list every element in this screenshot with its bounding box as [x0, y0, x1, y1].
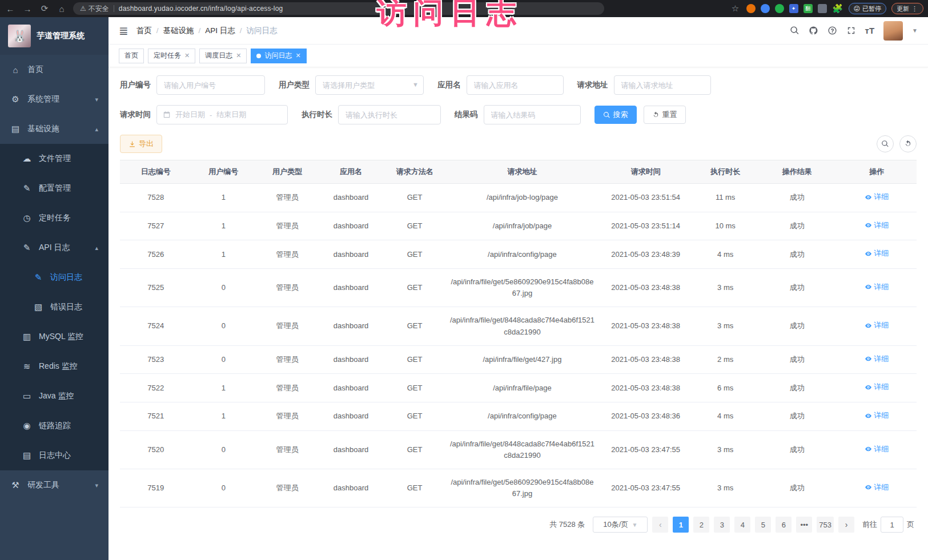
extension-icon[interactable] — [761, 4, 770, 13]
github-icon[interactable] — [809, 26, 818, 35]
detail-link[interactable]: 详细 — [865, 320, 889, 331]
refresh-table-button[interactable] — [899, 135, 917, 152]
cell-id: 7528 — [120, 184, 192, 212]
browser-home-icon[interactable]: ⌂ — [56, 4, 67, 14]
extension-icon[interactable] — [818, 4, 827, 13]
page-button-5[interactable]: 5 — [755, 517, 771, 533]
sidebar-item-错误日志[interactable]: ▧错误日志 — [0, 292, 109, 322]
app-name-input[interactable] — [467, 75, 564, 95]
close-icon[interactable]: ✕ — [184, 52, 190, 59]
font-size-icon[interactable]: ᴛT — [865, 26, 875, 35]
page-button-3[interactable]: 3 — [714, 517, 730, 533]
duration-input[interactable] — [338, 105, 441, 124]
sidebar-item-文件管理[interactable]: ☁文件管理 — [0, 144, 109, 174]
extension-icon[interactable] — [775, 4, 784, 13]
chevron-down-icon: ▼ — [412, 81, 419, 88]
url-text: dashboard.yudao.iocoder.cn/infra/log/api… — [119, 5, 283, 13]
detail-link[interactable]: 详细 — [865, 353, 889, 365]
fullscreen-icon[interactable] — [846, 26, 856, 35]
search-icon[interactable] — [790, 26, 800, 35]
close-icon[interactable]: ✕ — [236, 52, 241, 59]
sidebar-item-Java 监控[interactable]: ▭Java 监控 — [0, 381, 109, 411]
browser-menu-icon[interactable]: ⋮ — [911, 5, 918, 13]
cell-method: GET — [383, 430, 447, 469]
toggle-search-button[interactable] — [877, 135, 894, 152]
result-code-input[interactable] — [484, 105, 581, 124]
sidebar-item-API 日志[interactable]: ✎API 日志▴ — [0, 233, 109, 263]
tab-访问日志[interactable]: 访问日志✕ — [251, 49, 306, 63]
goto-page-input[interactable] — [881, 517, 903, 533]
sidebar-item-首页[interactable]: ⌂首页 — [0, 55, 109, 84]
sidebar-item-日志中心[interactable]: ▤日志中心 — [0, 441, 109, 470]
page-button-1[interactable]: 1 — [673, 517, 689, 533]
cell-app: dashboard — [319, 374, 383, 402]
sidebar-item-链路追踪[interactable]: ◉链路追踪 — [0, 411, 109, 441]
cell-app: dashboard — [319, 307, 383, 345]
sidebar-item-系统管理[interactable]: ⚙系统管理▾ — [0, 84, 109, 114]
sidebar-item-Redis 监控[interactable]: ≋Redis 监控 — [0, 352, 109, 381]
java-monitor-icon: ▭ — [22, 391, 32, 401]
chevron-down-icon[interactable]: ▼ — [912, 27, 918, 34]
extension-icon[interactable]: ✦ — [789, 4, 798, 13]
next-page-button[interactable]: › — [838, 517, 854, 533]
export-button[interactable]: 导出 — [120, 135, 162, 153]
page-button-4[interactable]: 4 — [734, 517, 750, 533]
breadcrumb-item[interactable]: API 日志 — [205, 26, 235, 36]
refresh-icon[interactable]: ⟳ — [39, 3, 50, 14]
detail-link[interactable]: 详细 — [865, 248, 889, 259]
close-icon[interactable]: ✕ — [295, 52, 300, 59]
not-secure-warning[interactable]: ⚠ 不安全 — [80, 4, 109, 14]
app-logo-row[interactable]: 芋道管理系统 — [0, 17, 109, 55]
user-avatar[interactable] — [883, 21, 903, 41]
detail-link[interactable]: 详细 — [865, 410, 889, 421]
page-button-2[interactable]: 2 — [693, 517, 709, 533]
tab-定时任务[interactable]: 定时任务✕ — [148, 49, 195, 63]
more-pages-button[interactable]: ••• — [796, 517, 812, 533]
sidebar-item-label: MySQL 监控 — [39, 332, 83, 342]
forward-icon[interactable]: → — [22, 4, 33, 14]
prev-page-button[interactable]: ‹ — [652, 517, 668, 533]
tab-调度日志[interactable]: 调度日志✕ — [199, 49, 247, 63]
date-range-picker[interactable]: 开始日期 - 结束日期 — [156, 105, 288, 124]
extension-icon[interactable] — [746, 4, 756, 13]
reset-button[interactable]: 重置 — [644, 106, 686, 124]
sidebar-item-label: Redis 监控 — [39, 361, 78, 372]
user-id-input[interactable] — [156, 75, 265, 95]
sidebar-item-MySQL 监控[interactable]: ▥MySQL 监控 — [0, 322, 109, 352]
page-size-select[interactable]: 10条/页 ▼ — [593, 517, 648, 533]
breadcrumb-item[interactable]: 基础设施 — [163, 26, 194, 36]
hamburger-icon[interactable]: ≣ — [119, 24, 128, 38]
cell-time: 2021-05-03 23:48:39 — [598, 240, 693, 269]
search-button[interactable]: 搜索 — [594, 106, 637, 124]
detail-link[interactable]: 详细 — [865, 444, 889, 455]
user-type-select-input[interactable] — [315, 75, 424, 95]
detail-link[interactable]: 详细 — [865, 220, 889, 231]
sidebar-item-访问日志[interactable]: ✎访问日志 — [0, 263, 109, 292]
back-icon[interactable]: ← — [5, 4, 16, 14]
detail-link[interactable]: 详细 — [865, 482, 889, 493]
detail-link[interactable]: 详细 — [865, 191, 889, 203]
end-date-placeholder: 结束日期 — [216, 110, 246, 120]
sidebar-item-定时任务[interactable]: ◷定时任务 — [0, 203, 109, 233]
tab-首页[interactable]: 首页 — [119, 49, 144, 63]
address-bar[interactable]: ⚠ 不安全 dashboard.yudao.iocoder.cn/infra/l… — [73, 2, 604, 15]
update-button[interactable]: 更新 ⋮ — [891, 3, 923, 14]
column-header: 操作 — [837, 160, 917, 184]
paused-badge[interactable]: 😜 已暂停 — [849, 3, 886, 14]
user-type-select[interactable]: ▼ — [315, 75, 424, 95]
request-url-input[interactable] — [614, 75, 711, 95]
translate-extension-icon[interactable]: 翻 — [804, 4, 813, 13]
request-time-label: 请求时间 — [120, 110, 151, 120]
detail-link[interactable]: 详细 — [865, 281, 889, 293]
cell-result: 成功 — [757, 345, 837, 374]
detail-link[interactable]: 详细 — [865, 381, 889, 393]
breadcrumb-item[interactable]: 首页 — [136, 26, 152, 36]
bookmark-star-icon[interactable]: ☆ — [730, 3, 741, 14]
sidebar-item-研发工具[interactable]: ⚒研发工具▾ — [0, 470, 109, 500]
help-icon[interactable] — [827, 26, 837, 35]
page-button-753[interactable]: 753 — [817, 517, 834, 533]
extensions-puzzle-icon[interactable]: 🧩 — [832, 3, 843, 14]
sidebar-item-基础设施[interactable]: ▤基础设施▴ — [0, 114, 109, 144]
sidebar-item-配置管理[interactable]: ✎配置管理 — [0, 174, 109, 203]
page-button-6[interactable]: 6 — [776, 517, 792, 533]
